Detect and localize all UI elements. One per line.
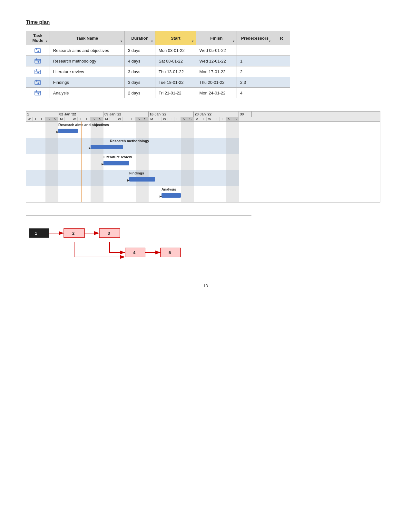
task-table: TaskMode ▼ Task Name ▼ Duration ▼ Start … bbox=[26, 31, 290, 98]
svg-rect-8 bbox=[35, 70, 41, 74]
task-predecessors-cell: 1 bbox=[237, 56, 273, 66]
node-1-label: 1 bbox=[35, 231, 37, 236]
node-5-label: 5 bbox=[169, 250, 171, 255]
gantt-day-label: M bbox=[194, 117, 200, 121]
task-r-cell bbox=[273, 77, 290, 88]
svg-rect-4 bbox=[35, 59, 41, 63]
task-mode-cell bbox=[26, 66, 50, 77]
gantt-month-label: 30 bbox=[239, 112, 252, 117]
edge-2-4 bbox=[74, 242, 125, 257]
gantt-chart: 102 Jan '2209 Jan '2216 Jan '2223 Jan '2… bbox=[26, 111, 380, 202]
svg-rect-12 bbox=[35, 81, 41, 84]
table-row: Research aims and objectives3 daysMon 03… bbox=[26, 45, 290, 56]
task-r-cell bbox=[273, 56, 290, 66]
node-1 bbox=[29, 229, 49, 238]
gantt-day-label: M bbox=[149, 117, 155, 121]
gantt-task-label: Analysis bbox=[161, 187, 176, 191]
gantt-day-label: W bbox=[71, 117, 78, 121]
table-row: Literature review3 daysThu 13-01-22Mon 1… bbox=[26, 66, 290, 77]
gantt-day-label: S bbox=[181, 117, 187, 121]
gantt-day-label: S bbox=[142, 117, 149, 121]
gantt-row: ▶Findings bbox=[26, 170, 239, 186]
gantt-day-label: M bbox=[58, 117, 65, 121]
task-name-cell: Analysis bbox=[50, 88, 124, 98]
gantt-task-label: Literature review bbox=[103, 155, 132, 159]
gantt-task-label: Research aims and objectives bbox=[58, 123, 109, 127]
col-header-task-mode: TaskMode ▼ bbox=[26, 31, 50, 45]
task-start-cell: Sat 08-01-22 bbox=[155, 56, 196, 66]
gantt-month-label: 23 Jan '22 bbox=[194, 112, 239, 117]
task-mode-icon bbox=[29, 47, 46, 54]
node-2-label: 2 bbox=[72, 231, 74, 236]
col-header-start: Start ▼ bbox=[155, 31, 196, 45]
gantt-row: ▶Literature review bbox=[26, 154, 239, 170]
task-finish-cell: Mon 17-01-22 bbox=[196, 66, 237, 77]
gantt-day-label: S bbox=[45, 117, 52, 121]
task-name-cell: Findings bbox=[50, 77, 124, 88]
task-finish-cell: Wed 05-01-22 bbox=[196, 45, 237, 56]
task-duration-cell: 3 days bbox=[124, 77, 155, 88]
task-start-cell: Thu 13-01-22 bbox=[155, 66, 196, 77]
task-mode-cell bbox=[26, 45, 50, 56]
gantt-bar bbox=[58, 129, 78, 133]
task-finish-cell: Thu 20-01-22 bbox=[196, 77, 237, 88]
page-number: 13 bbox=[26, 283, 385, 288]
gantt-row: ▶Research methodology bbox=[26, 138, 239, 154]
table-row: Findings3 daysTue 18-01-22Thu 20-01-222,… bbox=[26, 77, 290, 88]
task-duration-cell: 4 days bbox=[124, 56, 155, 66]
gantt-day-label: W bbox=[116, 117, 123, 121]
gantt-day-row: WTFSSMTWTFSSMTWTFSSMTWTFSSMTWTFSS bbox=[26, 117, 380, 122]
gantt-day-label: T bbox=[65, 117, 71, 121]
gantt-day-label: T bbox=[168, 117, 174, 121]
gantt-day-label: S bbox=[136, 117, 142, 121]
gantt-month-label: 16 Jan '22 bbox=[149, 112, 194, 117]
task-predecessors-cell bbox=[237, 45, 273, 56]
table-row: Analysis2 daysFri 21-01-22Mon 24-01-224 bbox=[26, 88, 290, 98]
gantt-month-label: 09 Jan '22 bbox=[103, 112, 149, 117]
task-name-cell: Research aims and objectives bbox=[50, 45, 124, 56]
task-r-cell bbox=[273, 45, 290, 56]
task-duration-cell: 2 days bbox=[124, 88, 155, 98]
gantt-month-label: 02 Jan '22 bbox=[58, 112, 103, 117]
network-diagram: 1 2 3 4 5 bbox=[26, 215, 251, 264]
gantt-bar bbox=[103, 161, 129, 165]
task-mode-icon bbox=[29, 79, 46, 85]
gantt-month-label: 1 bbox=[26, 112, 58, 117]
task-predecessors-cell: 4 bbox=[237, 88, 273, 98]
task-mode-cell bbox=[26, 88, 50, 98]
gantt-day-label: W bbox=[26, 117, 33, 121]
task-mode-icon bbox=[29, 90, 46, 96]
gantt-task-label: Findings bbox=[129, 171, 144, 175]
svg-rect-16 bbox=[35, 91, 41, 95]
task-r-cell bbox=[273, 88, 290, 98]
col-header-predecessors: Predecessors ▼ bbox=[237, 31, 273, 45]
gantt-day-label: M bbox=[103, 117, 110, 121]
gantt-day-label: T bbox=[155, 117, 161, 121]
gantt-bar bbox=[129, 177, 155, 182]
task-start-cell: Fri 21-01-22 bbox=[155, 88, 196, 98]
task-duration-cell: 3 days bbox=[124, 66, 155, 77]
gantt-day-label: S bbox=[52, 117, 58, 121]
gantt-day-label: S bbox=[91, 117, 97, 121]
gantt-day-label: F bbox=[174, 117, 181, 121]
table-row: Research methodology4 daysSat 08-01-22We… bbox=[26, 56, 290, 66]
gantt-day-label: S bbox=[226, 117, 232, 121]
node-3-label: 3 bbox=[108, 231, 110, 236]
task-predecessors-cell: 2 bbox=[237, 66, 273, 77]
task-mode-icon bbox=[29, 58, 46, 64]
gantt-row: ▶Analysis bbox=[26, 186, 239, 202]
gantt-row: ▶Research aims and objectives bbox=[26, 122, 239, 138]
task-r-cell bbox=[273, 66, 290, 77]
col-header-r: R bbox=[273, 31, 290, 45]
edge-3-4 bbox=[110, 242, 125, 252]
gantt-bar bbox=[91, 145, 123, 149]
gantt-day-label: F bbox=[39, 117, 45, 121]
col-header-task-name: Task Name ▼ bbox=[50, 31, 124, 45]
gantt-month-row: 102 Jan '2209 Jan '2216 Jan '2223 Jan '2… bbox=[26, 112, 380, 117]
node-4-label: 4 bbox=[133, 250, 136, 255]
gantt-day-label: T bbox=[213, 117, 220, 121]
gantt-day-label: F bbox=[220, 117, 226, 121]
page-title: Time plan bbox=[26, 19, 385, 25]
task-mode-cell bbox=[26, 56, 50, 66]
task-name-cell: Research methodology bbox=[50, 56, 124, 66]
